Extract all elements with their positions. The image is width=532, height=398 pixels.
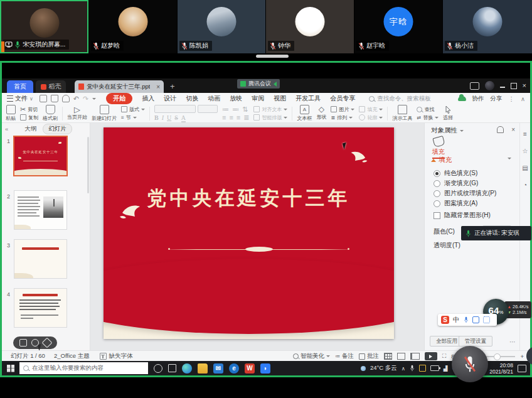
meeting-floating-bar[interactable]: 腾讯会议 xyxy=(237,79,280,89)
save-icon[interactable] xyxy=(40,95,47,102)
align-center-icon[interactable]: ≡ xyxy=(229,114,233,121)
manage-settings-button[interactable]: 管理设置 xyxy=(459,336,492,347)
notes-button[interactable]: ≔备注 xyxy=(335,352,354,360)
align-text-button[interactable]: 对齐文本 xyxy=(253,106,287,113)
tab-docer[interactable]: 稻壳 xyxy=(36,80,66,93)
shape-outline-button[interactable]: 轮廓 xyxy=(359,114,383,121)
message-icon[interactable] xyxy=(470,82,479,90)
slide-editor[interactable]: 党中央在延安十三年 主讲人：宋安琪 2021年8月21日 xyxy=(104,127,394,339)
tray-expand-icon[interactable]: ∧ xyxy=(402,365,405,372)
ribbon-tab-animation[interactable]: 动画 xyxy=(208,94,220,103)
font-family-select[interactable] xyxy=(154,105,196,113)
comments-button[interactable]: 批注 xyxy=(359,352,379,360)
ime-tray-icon[interactable] xyxy=(419,365,426,372)
bell-icon[interactable] xyxy=(497,126,504,133)
numbered-list-icon[interactable]: ≕ xyxy=(232,106,239,113)
tray-mic-icon[interactable] xyxy=(410,365,415,372)
edge-icon[interactable] xyxy=(182,363,192,374)
account-avatar[interactable] xyxy=(485,81,494,90)
taskbar-clock[interactable]: 20:08 2021/8/21 xyxy=(489,362,513,375)
sogou-logo[interactable]: S xyxy=(441,316,449,324)
quickbar-caret-icon[interactable] xyxy=(92,98,96,100)
slide-canvas[interactable]: 党中央在延安十三年 主讲人：宋安琪 2021年8月21日 xyxy=(90,123,424,350)
ribbon-tab-design[interactable]: 设计 xyxy=(164,94,176,103)
history-icon[interactable]: ◔ xyxy=(523,181,527,188)
panel-scrollbar[interactable] xyxy=(87,137,89,193)
participant-tile[interactable]: 陈凯娟 xyxy=(178,0,265,53)
meeting-mic-float[interactable] xyxy=(452,346,488,382)
pen-tool-icon[interactable] xyxy=(19,339,27,347)
ribbon-tab-home[interactable]: 开始 xyxy=(106,93,132,104)
cloud-sync-icon[interactable] xyxy=(458,96,466,101)
annotation-toolbar[interactable] xyxy=(13,336,57,349)
ime-toolbar[interactable]: S 中 xyxy=(438,314,497,326)
copy-button[interactable]: 复制 xyxy=(20,114,38,121)
underline-button[interactable]: U xyxy=(167,114,171,122)
fill-section-caret-icon[interactable] xyxy=(508,158,511,159)
select-button[interactable]: 选择 xyxy=(443,105,453,121)
start-button[interactable] xyxy=(7,365,14,372)
missing-font-warning[interactable]: 缺失字体 xyxy=(109,352,133,360)
section-button[interactable]: ≡ 节 xyxy=(121,114,145,121)
layout-button[interactable]: 版式 xyxy=(121,106,145,113)
bullet-list-icon[interactable]: ≔ xyxy=(222,106,229,113)
ribbon-tab-view[interactable]: 视图 xyxy=(274,94,286,103)
battery-icon[interactable] xyxy=(430,365,439,371)
slide-thumbnail-1[interactable]: 党中央在延安十三年 xyxy=(14,137,66,175)
file-menu[interactable]: 文件 ∨ xyxy=(7,94,33,103)
properties-strip-icon[interactable]: ≡ xyxy=(523,131,527,137)
more-menu-icon[interactable]: ⋮ xyxy=(509,95,515,102)
ime-keyboard-icon[interactable] xyxy=(472,316,479,323)
align-right-icon[interactable]: ≡ xyxy=(237,114,240,121)
export-icon[interactable] xyxy=(62,95,70,102)
radio-pattern-fill[interactable]: 图案填充(A) xyxy=(434,199,477,208)
cortana-icon[interactable] xyxy=(154,364,162,373)
normal-view-button[interactable] xyxy=(384,353,392,360)
presentation-tools-button[interactable]: 演示工具 xyxy=(392,105,412,122)
slide-thumbnail-2[interactable] xyxy=(14,191,66,229)
radio-solid-fill[interactable]: 纯色填充(S) xyxy=(434,169,477,178)
print-icon[interactable] xyxy=(51,95,58,102)
command-search-input[interactable]: 查找命令、搜索模板 xyxy=(369,95,431,103)
participant-tile[interactable]: 杨小洁 xyxy=(443,0,532,53)
slide-thumbnail-4[interactable] xyxy=(14,289,66,327)
strikethrough-button[interactable]: S xyxy=(174,114,178,122)
ribbon-tab-devtools[interactable]: 开发工具 xyxy=(295,94,321,103)
format-painter-button[interactable]: 格式刷 xyxy=(43,105,58,122)
more-options-icon[interactable]: ⋯ xyxy=(509,338,516,345)
ribbon-tab-review[interactable]: 审阅 xyxy=(252,94,264,103)
replace-button[interactable]: ⇄ 替换 xyxy=(417,114,439,121)
participant-tile[interactable]: 宇晗 赵宇晗 xyxy=(354,0,442,53)
fill-section-header[interactable]: 填充 xyxy=(431,156,452,164)
star-icon[interactable]: ☆ xyxy=(523,148,528,154)
font-size-select[interactable] xyxy=(198,105,218,113)
zoom-slider-knob[interactable] xyxy=(494,353,501,360)
share-button[interactable]: 分享 xyxy=(491,95,503,103)
eraser-tool-icon[interactable] xyxy=(42,338,53,348)
textbox-button[interactable]: A 文本框 xyxy=(297,105,312,122)
ribbon-tab-member[interactable]: 会员专享 xyxy=(330,94,355,103)
new-tab-button[interactable]: + xyxy=(170,82,175,91)
network-icon[interactable]: ▟ xyxy=(444,365,448,372)
panel-collapse-button[interactable]: « xyxy=(5,126,8,132)
shape-button[interactable]: ◇ 形状 xyxy=(316,106,326,121)
meeting-app-icon[interactable]: ◗ xyxy=(260,363,270,374)
smart-beautify-button[interactable]: 智能美化 xyxy=(293,352,330,360)
undo-icon[interactable]: ↶ xyxy=(73,95,79,103)
participant-tile[interactable]: 宋安琪的屏幕... xyxy=(0,0,88,53)
slide-title[interactable]: 党中央在延安十三年 xyxy=(104,185,394,212)
line-spacing-icon[interactable]: ⇅ xyxy=(242,106,248,113)
italic-button[interactable]: I xyxy=(162,114,164,122)
ime-toolbox-icon[interactable] xyxy=(483,316,490,323)
slideshow-play-button[interactable] xyxy=(425,352,437,360)
browser-e-icon[interactable]: e xyxy=(229,363,239,374)
video-strip-collapse-handle[interactable] xyxy=(256,55,289,58)
radio-gradient-fill[interactable]: 渐变填充(G) xyxy=(434,179,478,188)
mail-icon[interactable]: ✉ xyxy=(213,363,223,374)
tab-slides[interactable]: 幻灯片 xyxy=(43,124,72,134)
resources-icon[interactable]: ▤ xyxy=(522,164,528,171)
taskbar-search-input[interactable]: 在这里输入你要搜索的内容 xyxy=(19,362,148,374)
file-explorer-icon[interactable] xyxy=(198,363,208,374)
shape-tool-icon[interactable] xyxy=(31,339,39,347)
tab-home[interactable]: 首页 xyxy=(7,80,33,93)
